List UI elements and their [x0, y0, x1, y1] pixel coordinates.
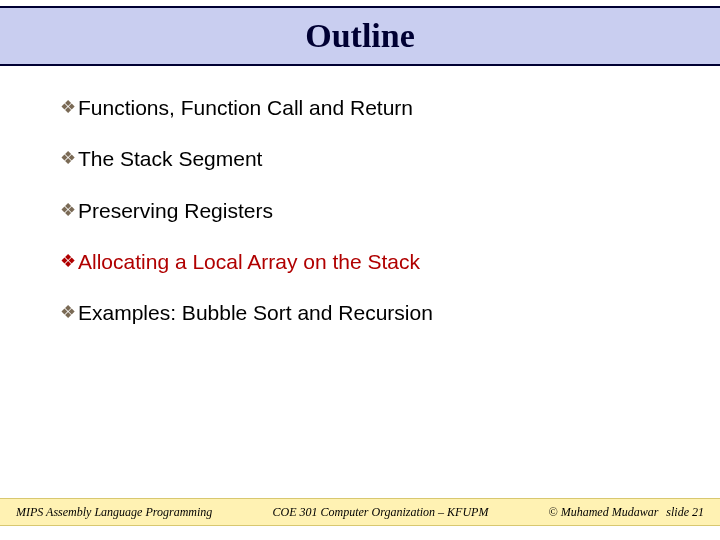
footer-bar: MIPS Assembly Language Programming COE 3… — [0, 498, 720, 526]
footer-right: © Muhamed Mudawar slide 21 — [549, 505, 704, 520]
bullet-text: Examples: Bubble Sort and Recursion — [78, 299, 433, 326]
slide-title: Outline — [305, 17, 415, 55]
diamond-bullet-icon: ❖ — [60, 299, 78, 326]
content-area: ❖ Functions, Function Call and Return ❖ … — [0, 66, 720, 326]
footer-author: © Muhamed Mudawar — [549, 505, 659, 520]
bullet-text: Allocating a Local Array on the Stack — [78, 248, 420, 275]
title-bar: Outline — [0, 6, 720, 66]
footer-left: MIPS Assembly Language Programming — [16, 505, 212, 520]
diamond-bullet-icon: ❖ — [60, 94, 78, 121]
bullet-text: Functions, Function Call and Return — [78, 94, 413, 121]
diamond-bullet-icon: ❖ — [60, 248, 78, 275]
diamond-bullet-icon: ❖ — [60, 197, 78, 224]
footer-mid: COE 301 Computer Organization – KFUPM — [212, 505, 548, 520]
diamond-bullet-icon: ❖ — [60, 145, 78, 172]
bullet-item: ❖ Preserving Registers — [60, 197, 660, 224]
bullet-item: ❖ Examples: Bubble Sort and Recursion — [60, 299, 660, 326]
bullet-text: The Stack Segment — [78, 145, 262, 172]
bullet-text: Preserving Registers — [78, 197, 273, 224]
footer-slide-number: slide 21 — [666, 505, 704, 520]
bullet-item: ❖ The Stack Segment — [60, 145, 660, 172]
bullet-item-active: ❖ Allocating a Local Array on the Stack — [60, 248, 660, 275]
bullet-item: ❖ Functions, Function Call and Return — [60, 94, 660, 121]
